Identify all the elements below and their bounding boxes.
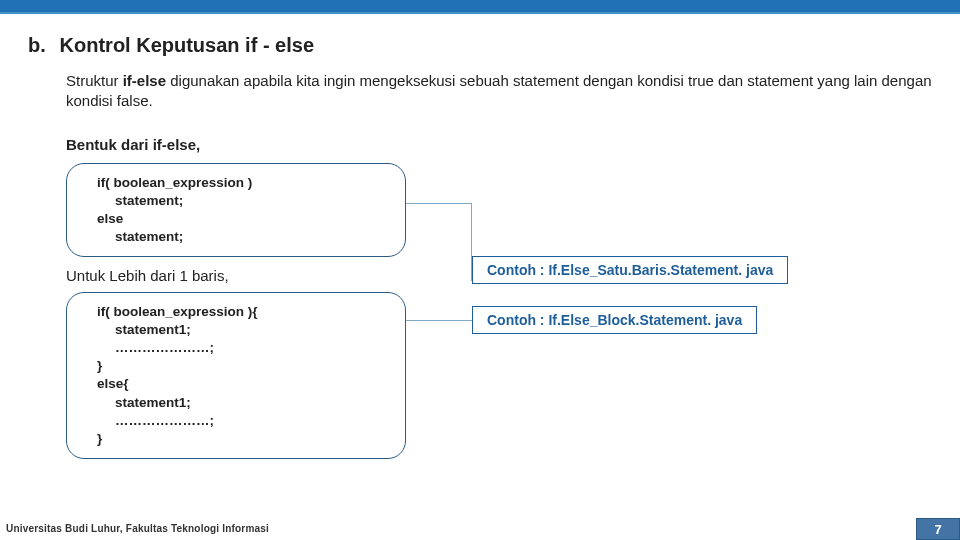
code-box-block: if( boolean_expression ){ statement1; ……… <box>66 292 406 460</box>
code1-l2: statement; <box>97 192 387 210</box>
code1-l3: else <box>97 210 387 228</box>
top-accent-bar <box>0 0 960 14</box>
subhead1-post: , <box>196 136 200 153</box>
slide-content: b. Kontrol Keputusan if - else Struktur … <box>0 14 960 462</box>
code1-l4: statement; <box>97 228 387 246</box>
code2-l6: statement1; <box>97 394 387 412</box>
intro-post: digunakan apabila kita ingin mengeksekus… <box>66 72 932 109</box>
code2-l1: if( boolean_expression ){ <box>97 303 387 321</box>
connector-1 <box>406 203 472 281</box>
code2-l2: statement1; <box>97 321 387 339</box>
example1-text: Contoh : If.Else_Satu.Baris.Statement. j… <box>487 262 773 278</box>
intro-paragraph: Struktur if-else digunakan apabila kita … <box>66 71 932 112</box>
code2-l3: …………………; <box>97 339 387 357</box>
heading-letter: b. <box>28 34 54 57</box>
footer-text: Universitas Budi Luhur, Fakultas Teknolo… <box>6 523 269 534</box>
code2-l4: } <box>97 357 387 375</box>
code1-l1: if( boolean_expression ) <box>97 174 387 192</box>
code-box-single: if( boolean_expression ) statement; else… <box>66 163 406 258</box>
code2-l8: } <box>97 430 387 448</box>
heading-title: Kontrol Keputusan if - else <box>60 34 314 56</box>
intro-pre: Struktur <box>66 72 123 89</box>
page-number: 7 <box>916 518 960 540</box>
code2-l7: …………………; <box>97 412 387 430</box>
subheading-bentuk: Bentuk dari if-else, <box>66 136 932 153</box>
example2-text: Contoh : If.Else_Block.Statement. java <box>487 312 742 328</box>
subhead1-kw: if-else <box>153 136 196 153</box>
footer: Universitas Budi Luhur, Fakultas Teknolo… <box>0 518 960 540</box>
code2-l5: else{ <box>97 375 387 393</box>
code-group-2: if( boolean_expression ){ statement1; ……… <box>66 292 932 462</box>
code-group-1: if( boolean_expression ) statement; else… <box>66 163 932 253</box>
example-box-2: Contoh : If.Else_Block.Statement. java <box>472 306 757 334</box>
intro-keyword: if-else <box>123 72 166 89</box>
section-heading: b. Kontrol Keputusan if - else <box>28 34 932 57</box>
connector-2 <box>406 320 472 321</box>
subhead2-text: Untuk Lebih dari 1 baris, <box>66 267 229 284</box>
subhead1-pre: Bentuk dari <box>66 136 153 153</box>
example-box-1: Contoh : If.Else_Satu.Baris.Statement. j… <box>472 256 788 284</box>
